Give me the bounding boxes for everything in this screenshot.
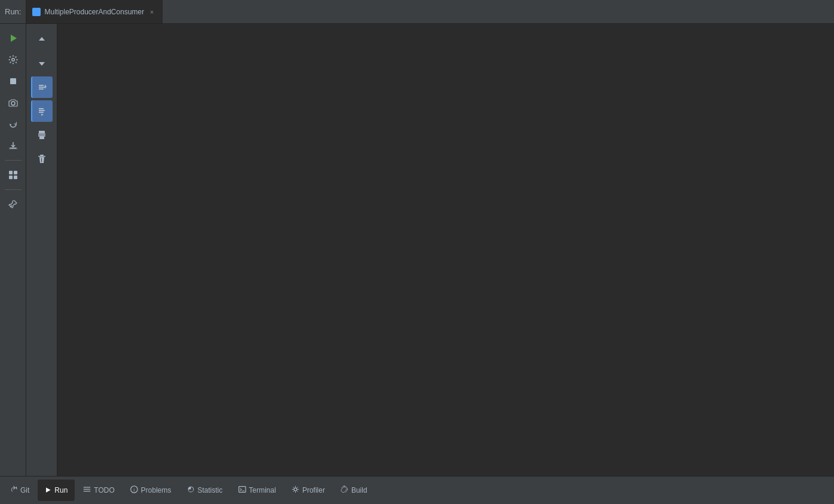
problems-icon: i xyxy=(130,485,138,495)
sidebar-pin-button[interactable] xyxy=(4,195,23,214)
content-area xyxy=(57,24,834,476)
git-tab[interactable]: Git xyxy=(2,480,36,501)
problems-tab-label: Problems xyxy=(141,486,171,494)
print-button[interactable] xyxy=(31,124,53,146)
svg-rect-11 xyxy=(40,155,44,156)
sidebar-divider-2 xyxy=(5,189,22,190)
delete-button[interactable] xyxy=(31,148,53,170)
tab-bar: Run: MultipleProducerAndConsumer × xyxy=(0,0,834,24)
svg-rect-16 xyxy=(84,491,90,491)
active-tab[interactable]: MultipleProducerAndConsumer × xyxy=(26,0,162,23)
sidebar-run-button[interactable] xyxy=(4,29,23,48)
terminal-icon xyxy=(238,485,246,495)
build-icon xyxy=(341,485,348,495)
svg-rect-15 xyxy=(84,489,90,490)
tab-icon xyxy=(32,8,41,16)
build-tab-label: Build xyxy=(351,486,367,494)
profiler-icon xyxy=(292,485,299,495)
svg-rect-10 xyxy=(39,136,44,139)
svg-rect-1 xyxy=(10,78,16,84)
sidebar-divider xyxy=(5,160,22,161)
todo-tab[interactable]: TODO xyxy=(76,480,121,501)
todo-icon xyxy=(83,485,91,495)
sidebar-layout-button[interactable] xyxy=(4,165,23,185)
svg-rect-6 xyxy=(9,176,13,179)
run-bottom-icon xyxy=(45,486,51,495)
run-bottom-tab[interactable]: Run xyxy=(38,480,75,501)
svg-rect-14 xyxy=(84,487,90,487)
svg-marker-13 xyxy=(46,487,51,492)
build-tab[interactable]: Build xyxy=(333,480,375,501)
profiler-tab-label: Profiler xyxy=(302,486,325,494)
sidebar-sync-button[interactable] xyxy=(4,115,23,134)
svg-marker-0 xyxy=(11,35,17,42)
sidebar-stop-button[interactable] xyxy=(4,72,23,91)
svg-rect-4 xyxy=(9,171,13,174)
statistic-tab[interactable]: Statistic xyxy=(180,480,230,501)
profiler-tab[interactable]: Profiler xyxy=(284,480,332,501)
run-tab-label: Run xyxy=(54,486,68,494)
down-button[interactable] xyxy=(31,53,53,74)
rerun-button[interactable] xyxy=(31,76,53,98)
bottom-bar: Git Run TODO i Problems Statistic Termin… xyxy=(0,476,834,504)
sidebar-wrench-button[interactable] xyxy=(4,50,23,69)
terminal-tab[interactable]: Terminal xyxy=(231,480,283,501)
sidebar-import-button[interactable] xyxy=(4,136,23,155)
up-button[interactable] xyxy=(31,29,53,50)
git-icon xyxy=(10,485,17,495)
tab-title: MultipleProducerAndConsumer xyxy=(44,8,144,16)
step-button[interactable] xyxy=(31,100,53,122)
statistic-tab-label: Statistic xyxy=(198,486,223,494)
svg-rect-3 xyxy=(9,147,17,149)
main-area xyxy=(0,24,834,476)
tab-close-button[interactable]: × xyxy=(148,8,156,16)
svg-rect-12 xyxy=(38,156,45,157)
svg-point-2 xyxy=(11,102,15,105)
svg-rect-5 xyxy=(14,171,17,174)
sidebar-snapshot-button[interactable] xyxy=(4,93,23,112)
todo-tab-label: TODO xyxy=(94,486,114,494)
statistic-icon xyxy=(187,485,195,495)
svg-rect-9 xyxy=(39,131,45,133)
svg-rect-19 xyxy=(238,487,245,493)
run-toolbar xyxy=(26,24,57,476)
terminal-tab-label: Terminal xyxy=(249,486,276,494)
svg-text:i: i xyxy=(134,487,135,493)
run-label: Run: xyxy=(5,7,21,16)
svg-point-20 xyxy=(294,488,297,491)
left-sidebar xyxy=(0,24,26,476)
svg-rect-7 xyxy=(14,176,17,179)
problems-tab[interactable]: i Problems xyxy=(123,480,179,501)
git-tab-label: Git xyxy=(20,486,29,494)
